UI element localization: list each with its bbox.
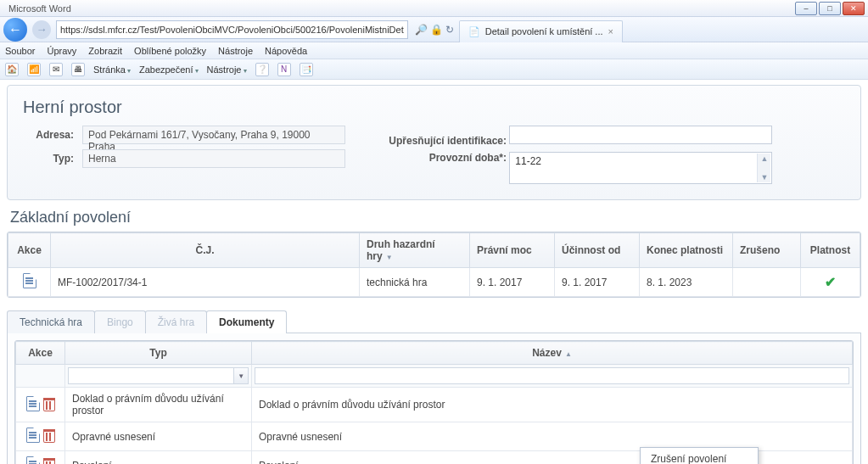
forward-button[interactable]: →	[32, 20, 51, 39]
tab-ziva-hra[interactable]: Živá hra	[145, 310, 207, 333]
tab-bingo[interactable]: Bingo	[94, 310, 146, 333]
filter-typ-dropdown-icon[interactable]: ▼	[234, 367, 249, 384]
doba-label: Provozní doba*:	[379, 152, 507, 164]
dcol-akce[interactable]: Akce	[16, 342, 65, 365]
col-moc[interactable]: Právní moc	[470, 233, 555, 268]
col-platnost[interactable]: Platnost	[801, 233, 860, 268]
ctx-zruseni[interactable]: Zrušení povolení	[641, 448, 758, 464]
minimize-button[interactable]: –	[795, 2, 817, 15]
ie-toolbar: 🏠 📶 ✉ 🖶 Stránka Zabezpečení Nástroje ❔ N…	[0, 59, 868, 80]
typ-label: Typ:	[23, 153, 74, 165]
search-dropdown-icon[interactable]: 🔎	[415, 24, 428, 36]
delete-icon[interactable]	[43, 458, 55, 464]
browser-navbar: ← → https://sdsl.mfcr.cz/Test/PovoleniOb…	[0, 17, 868, 42]
doba-value: 11-22	[515, 155, 541, 167]
close-button[interactable]: ✕	[843, 2, 865, 15]
page-title: Herní prostor	[23, 98, 845, 117]
back-button[interactable]: ←	[3, 18, 27, 42]
sort-asc-icon: ▲	[565, 350, 572, 358]
lock-icon: 🔒	[430, 24, 443, 36]
tab-title: Detail povolení k umístění ...	[485, 26, 603, 36]
cell-ucinnost: 9. 1. 2017	[555, 268, 640, 297]
permits-grid: Akce Č.J. Druh hazardní hry▼ Právní moc …	[7, 232, 861, 298]
delete-icon[interactable]	[43, 429, 55, 443]
cell-cj: MF-1002/2017/34-1	[51, 268, 360, 297]
menu-nastroje[interactable]: Nástroje	[218, 46, 253, 56]
sort-desc-icon: ▼	[386, 254, 393, 261]
col-cj[interactable]: Č.J.	[51, 233, 360, 268]
documents-panel: Akce Typ Název▲ ▼ Doklad o právním důvod…	[7, 333, 861, 464]
documents-grid: Akce Typ Název▲ ▼ Doklad o právním důvod…	[14, 340, 854, 464]
filter-nazev-input[interactable]	[255, 367, 849, 384]
tab-technicka-hra[interactable]: Technická hra	[7, 310, 95, 333]
address-bar[interactable]: https://sdsl.mfcr.cz/Test/PovoleniObciMV…	[56, 20, 408, 39]
cell-nazev: Opravné usnesení	[252, 422, 853, 451]
onenote-icon[interactable]: N	[277, 63, 291, 76]
menu-soubor[interactable]: Soubor	[5, 46, 35, 56]
col-konec[interactable]: Konec platnosti	[640, 233, 733, 268]
window-title: Microsoft Word	[3, 3, 793, 14]
menu-oblibene[interactable]: Oblíbené položky	[134, 46, 206, 56]
table-row[interactable]: Doklad o právním důvodu užívání prostor …	[16, 388, 853, 422]
delete-icon[interactable]	[43, 398, 55, 411]
print-icon[interactable]: 🖶	[71, 63, 85, 76]
cell-druh: technická hra	[360, 268, 470, 297]
col-druh[interactable]: Druh hazardní hry▼	[360, 233, 470, 268]
cell-konec: 8. 1. 2023	[640, 268, 733, 297]
browser-tab[interactable]: 📄 Detail povolení k umístění ... ×	[459, 20, 623, 42]
cell-nazev: Povolení	[252, 451, 853, 465]
help-icon[interactable]: ❔	[255, 63, 269, 76]
tool-tools[interactable]: Nástroje	[207, 64, 247, 75]
filter-typ-input[interactable]	[68, 367, 234, 384]
cell-nazev: Doklad o právním důvodu užívání prostor	[252, 388, 853, 422]
textarea-scrollbar[interactable]: ▲▼	[757, 154, 770, 182]
typ-value: Herna	[82, 149, 345, 168]
tab-dokumenty[interactable]: Dokumenty	[206, 310, 287, 333]
menu-napoveda[interactable]: Nápověda	[265, 46, 307, 56]
maximize-button[interactable]: □	[819, 2, 841, 15]
valid-check-icon: ✔	[825, 275, 836, 289]
refresh-icon[interactable]: ↻	[445, 24, 454, 36]
col-zruseno[interactable]: Zrušeno	[733, 233, 801, 268]
cell-moc: 9. 1. 2017	[470, 268, 555, 297]
header-panel: Herní prostor Adresa: Pod Pekárnami 161/…	[7, 85, 861, 200]
home-icon[interactable]: 🏠	[5, 63, 19, 76]
tool-page[interactable]: Stránka	[93, 64, 131, 75]
ie-menubar: Soubor Úpravy Zobrazit Oblíbené položky …	[0, 42, 868, 59]
adresa-value: Pod Pekárnami 161/7, Vysočany, Praha 9, …	[82, 126, 345, 144]
url-icons: 🔎 🔒 ↻	[415, 24, 454, 36]
col-ucinnost[interactable]: Účinnost od	[555, 233, 640, 268]
page-body: Herní prostor Adresa: Pod Pekárnami 161/…	[0, 80, 868, 464]
window-titlebar: Microsoft Word – □ ✕	[0, 0, 868, 17]
pdf-icon[interactable]	[26, 456, 40, 464]
doba-textarea[interactable]: 11-22 ▲▼	[509, 152, 772, 184]
context-menu: Zrušení povolení Opravné usnesení Opravn…	[640, 447, 759, 464]
cell-typ: Opravné usnesení	[65, 422, 252, 451]
tab-close-icon[interactable]: ×	[608, 26, 613, 36]
adresa-label: Adresa:	[23, 129, 74, 141]
cell-zruseno	[733, 268, 801, 297]
table-row[interactable]: MF-1002/2017/34-1 technická hra 9. 1. 20…	[8, 268, 860, 297]
pdf-icon[interactable]	[26, 396, 40, 411]
cell-typ: Doklad o právním důvodu užívání prostor	[65, 388, 252, 422]
mail-icon[interactable]: ✉	[49, 63, 63, 76]
dcol-nazev[interactable]: Název▲	[252, 342, 853, 365]
menu-zobrazit[interactable]: Zobrazit	[88, 46, 122, 56]
pdf-icon[interactable]	[23, 273, 36, 288]
ident-label: Upřesňující identifikace:	[379, 135, 507, 147]
ident-input[interactable]	[509, 126, 772, 144]
tool-security[interactable]: Zabezpečení	[139, 64, 199, 75]
cell-typ: Povolení	[65, 451, 252, 465]
feeds-icon[interactable]: 📶	[27, 63, 41, 76]
pdf-icon[interactable]	[26, 428, 40, 443]
dcol-typ[interactable]: Typ	[65, 342, 252, 365]
col-akce[interactable]: Akce	[8, 233, 51, 268]
permits-title: Základní povolení	[10, 209, 861, 226]
tab-favicon: 📄	[468, 26, 480, 37]
extra-icon[interactable]: 📑	[300, 63, 313, 76]
subtabs: Technická hra Bingo Živá hra Dokumenty	[7, 310, 861, 333]
menu-upravy[interactable]: Úpravy	[47, 46, 76, 56]
